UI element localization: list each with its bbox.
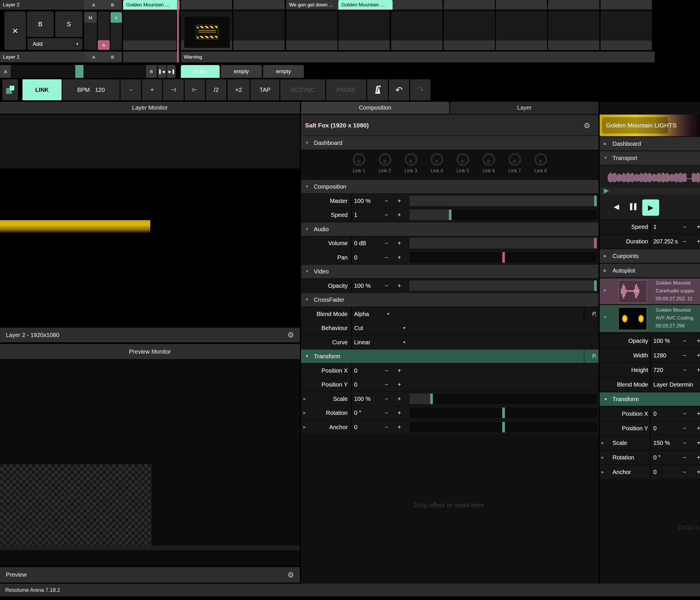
increment-button[interactable]: +	[695, 422, 700, 435]
increment-button[interactable]: +	[395, 251, 404, 264]
dashboard-knob[interactable]: Link 6	[482, 153, 495, 179]
increment-button[interactable]: +	[395, 236, 404, 250]
increment-button[interactable]: +	[395, 406, 404, 420]
layer-blend-dropdown[interactable]: Add ▼	[27, 38, 82, 50]
clip-slot-header[interactable]	[181, 0, 232, 9]
bpm-increase-button[interactable]: +	[142, 79, 162, 100]
play-backwards-button[interactable]: ◀	[614, 203, 619, 211]
layer-master-m[interactable]: M	[84, 12, 97, 23]
tap-button[interactable]: TAP	[251, 79, 279, 100]
increment-button[interactable]: +	[695, 407, 700, 420]
clip-slot-header[interactable]	[444, 0, 495, 9]
layer-monitor-gear-icon[interactable]: ⚙	[287, 331, 294, 340]
increment-button[interactable]: +	[695, 436, 700, 449]
clip-slot-header[interactable]	[233, 0, 285, 9]
playhead-marker[interactable]	[604, 188, 609, 193]
param-value[interactable]: 1	[653, 220, 656, 234]
section-crossfader[interactable]: ▼ CrossFader	[301, 293, 599, 306]
dashboard-knob[interactable]: Link 7	[508, 153, 521, 179]
dashboard-knob[interactable]: Link 3	[404, 153, 417, 179]
scale-slider[interactable]	[409, 394, 597, 404]
decrement-button[interactable]: −	[382, 406, 391, 420]
decrement-button[interactable]: −	[382, 236, 391, 250]
clip-section-cuepoints[interactable]: ▶ Cuepoints	[600, 249, 700, 263]
decrement-button[interactable]: −	[382, 208, 391, 221]
link-button[interactable]: LINK	[22, 79, 61, 100]
behaviour-dropdown[interactable]: Cut	[354, 321, 363, 335]
column-tab-empty-1[interactable]: empty	[221, 65, 262, 78]
decrement-button[interactable]: −	[681, 349, 688, 362]
audio-waveform[interactable]	[608, 171, 700, 187]
clip-video-file-row[interactable]: ▼ Golden Mountai AVF AVC Coding, 00:03:2…	[600, 305, 700, 332]
composition-gear-icon[interactable]: ⚙	[584, 121, 590, 130]
section-dashboard[interactable]: ▼ Dashboard	[301, 136, 599, 150]
param-value[interactable]: 100 %	[354, 279, 371, 292]
clip-slot-header[interactable]	[601, 0, 652, 9]
increment-button[interactable]: +	[695, 349, 700, 362]
clip-slot[interactable]	[391, 11, 443, 50]
section-video[interactable]: ▼ Video	[301, 265, 599, 278]
clip-slot-header[interactable]	[496, 0, 547, 9]
triangle-down-icon[interactable]: ▼	[603, 315, 607, 319]
layer1-ab-toggle[interactable]: A B	[84, 52, 122, 62]
clip-section-transform[interactable]: ▼ Transform	[600, 392, 700, 406]
clip-slot-label[interactable]	[233, 52, 288, 62]
rotation-slider[interactable]	[409, 408, 597, 418]
tab-composition[interactable]: Composition	[301, 102, 449, 114]
decrement-button[interactable]: −	[681, 436, 688, 449]
volume-slider[interactable]	[409, 238, 597, 249]
anchor-slider[interactable]	[409, 422, 597, 433]
increment-button[interactable]: +	[395, 279, 404, 292]
pause-button[interactable]: PAUSE	[326, 79, 366, 100]
param-value[interactable]: 0 °	[653, 451, 660, 464]
param-value[interactable]: 0 °	[354, 406, 361, 420]
param-value[interactable]: 0	[354, 378, 357, 391]
layer-bypass-button[interactable]: B	[27, 11, 54, 37]
master-slider[interactable]	[409, 195, 597, 206]
transport-progress-strip[interactable]	[600, 187, 700, 194]
speed-slider[interactable]	[409, 210, 597, 220]
layer-solo-button[interactable]: S	[55, 11, 82, 37]
nudge-down-button[interactable]: ⊣	[163, 79, 184, 100]
clip-section-autopilot[interactable]: ▶ Autopilot	[600, 264, 700, 277]
decrement-button[interactable]: −	[382, 392, 391, 406]
deck-b-label[interactable]: B	[111, 54, 114, 59]
warning-clip-thumbnail[interactable]	[184, 16, 230, 48]
pause-playback-button[interactable]	[630, 203, 636, 210]
blend-mode-dropdown[interactable]: Alpha	[354, 307, 369, 321]
param-value[interactable]: 0	[354, 420, 357, 434]
decrement-button[interactable]: −	[681, 235, 688, 248]
clip-section-dashboard[interactable]: ▶ Dashboard	[600, 137, 700, 151]
column-tab-empty-2[interactable]: empty	[263, 65, 304, 78]
clip-slot[interactable]	[548, 11, 599, 50]
layer1-name[interactable]: Layer 1	[0, 52, 86, 62]
clip-slot[interactable]	[286, 11, 338, 50]
crossfader-b[interactable]: B	[146, 65, 157, 78]
chevron-down-icon[interactable]: ▼	[402, 321, 406, 335]
chevron-down-icon[interactable]: ▼	[386, 307, 390, 321]
clip-slot-label[interactable]	[391, 52, 445, 62]
metronome-button[interactable]	[367, 79, 388, 100]
clip-slot-label[interactable]	[286, 52, 341, 62]
clip-slot[interactable]	[338, 11, 390, 50]
tab-layer[interactable]: Layer	[450, 102, 599, 114]
clip-title-banner[interactable]: Golden Mountain LIGHTS	[600, 114, 700, 136]
previous-clip-button[interactable]: ▌◀	[158, 65, 166, 78]
triangle-right-icon[interactable]: ▶	[604, 288, 607, 292]
decrement-button[interactable]: −	[681, 422, 688, 435]
decrement-button[interactable]: −	[681, 334, 688, 347]
param-value[interactable]: 0	[653, 422, 656, 435]
nudge-up-button[interactable]: ⊢	[184, 79, 205, 100]
decrement-button[interactable]: −	[382, 420, 391, 434]
dashboard-knob[interactable]: Link 4	[430, 153, 443, 179]
increment-button[interactable]: +	[695, 363, 700, 377]
increment-button[interactable]: +	[695, 451, 700, 464]
dashboard-knob[interactable]: Link 2	[379, 153, 392, 179]
section-composition[interactable]: ▼ Composition	[301, 180, 599, 193]
clip-slot-label[interactable]	[123, 52, 179, 62]
ableton-link-cell[interactable]	[2, 79, 18, 100]
deck-b-label[interactable]: B	[111, 2, 114, 7]
clip-slot[interactable]	[496, 11, 547, 50]
video-fader-thumb[interactable]: V	[110, 12, 122, 23]
decrement-button[interactable]: −	[681, 407, 688, 420]
